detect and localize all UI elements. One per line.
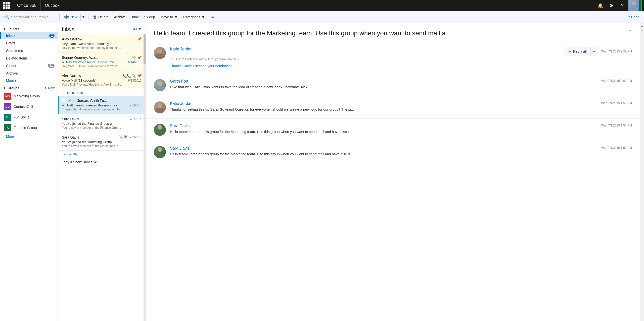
- top-icons: 🔔 ⚙ ?: [595, 0, 644, 11]
- delete-button[interactable]: 🗑 Delete: [90, 13, 111, 21]
- email-preview: Thanks Garth! I second your nomination. …: [62, 108, 142, 111]
- message-sender[interactable]: Garth Fort: [170, 79, 601, 84]
- folders-chevron-icon: ▼: [3, 27, 6, 31]
- message-sender[interactable]: Sara Davis: [170, 146, 601, 151]
- undo-button[interactable]: ↶ Undo: [625, 14, 642, 21]
- marketing-group-avatar: MG: [4, 93, 11, 100]
- attach-icon: 📎: [132, 74, 136, 78]
- sweep-button[interactable]: Sweep: [142, 14, 158, 21]
- archive-label: Archive: [6, 71, 18, 75]
- message-sender[interactable]: Sara Davis: [170, 124, 601, 128]
- marketing-group-label: Marketing Group: [14, 94, 40, 98]
- sweep-label: Sweep: [144, 15, 155, 19]
- email-item[interactable]: Alex Darrow 📌 Hey team - we have our mon…: [58, 34, 146, 52]
- new-dropdown-button[interactable]: ▼: [80, 14, 86, 21]
- categories-label: Categories: [183, 15, 200, 19]
- scroll-up-top-icon[interactable]: ▲: [640, 29, 643, 32]
- new-group-label: New: [48, 86, 55, 90]
- message-content: Katie Jordan ↩ Reply all ▼ Wed 7/1/2015 …: [170, 47, 632, 69]
- new-group-button[interactable]: ✦ New: [44, 86, 55, 90]
- reading-pane-scrollbar[interactable]: ▲ ▲: [640, 23, 644, 321]
- email-item[interactable]: Katie Jordan; Garth Fo... ► Hello team! …: [58, 96, 146, 114]
- email-item[interactable]: Sara Davis 7/1/2015 You've joined the Fi…: [58, 114, 146, 132]
- inbox-badge: 2: [49, 34, 55, 38]
- waffle-icon: [3, 2, 10, 9]
- new-group-star-icon: ✦: [44, 86, 47, 90]
- section-label-earlier: Earlier this month: [58, 89, 146, 96]
- message-time: Wed 7/1/2015 2:02 PM: [601, 79, 632, 83]
- inbox-label: Inbox: [6, 34, 15, 38]
- new-button[interactable]: ➕ New: [62, 13, 80, 21]
- sidebar-item-deleted-items[interactable]: Deleted Items: [0, 54, 58, 62]
- sidebar-item-marketing-group[interactable]: MG Marketing Group: [0, 91, 58, 101]
- email-preview: Voice Mail Preview: Hey this is Alex I'm…: [62, 83, 142, 86]
- scroll-up-icon[interactable]: ▲: [640, 24, 643, 28]
- collapse-button[interactable]: ⌃: [628, 29, 632, 34]
- filter-all-button[interactable]: All ▼: [133, 27, 142, 31]
- checkbox[interactable]: [62, 99, 65, 102]
- message-body: Thanks for setting this up Sara! Go team…: [170, 107, 632, 112]
- sidebar-item-drafts[interactable]: Drafts: [0, 39, 58, 47]
- archive-button[interactable]: Archive: [111, 14, 128, 21]
- categories-button[interactable]: Categories ▼: [181, 14, 208, 21]
- message-content: Katie Jordan Wed 7/1/2015 1:59 PM Thanks…: [170, 101, 632, 112]
- email-sender: Katie Jordan; Garth Fo...: [68, 99, 140, 103]
- email-item[interactable]: Alex Darrow 📞📞 📎 📌 Voice Mail (13 second…: [58, 71, 146, 89]
- sidebar-more-folders[interactable]: More ▸: [0, 77, 58, 84]
- recipients-expand-icon[interactable]: ⌄: [237, 57, 240, 61]
- fun-social-avatar: FU: [4, 114, 11, 121]
- waffle-menu-button[interactable]: [0, 0, 13, 11]
- reply-all-dropdown[interactable]: ▼: [590, 47, 598, 55]
- contosogolf-avatar: CO: [4, 103, 11, 110]
- email-item[interactable]: Bonnie Kearney; Aziz... 📎 📌 ► Review Pro…: [58, 52, 146, 71]
- folders-label: Folders: [8, 27, 19, 31]
- move-to-button[interactable]: Move to ▼: [158, 14, 180, 21]
- help-button[interactable]: ?: [617, 1, 627, 11]
- settings-button[interactable]: ⚙: [606, 1, 616, 11]
- groups-label: Groups: [8, 86, 19, 90]
- sent-items-label: Sent Items: [6, 49, 23, 53]
- sidebar-item-inbox[interactable]: Inbox 2: [0, 32, 58, 39]
- search-field[interactable]: 🔍 Search Mail and People: [2, 14, 57, 20]
- email-date: 6/14/2015: [128, 60, 142, 64]
- toolbar-divider-2: [88, 14, 88, 21]
- sidebar-item-clutter[interactable]: Clutter 41: [0, 62, 58, 70]
- groups-section-header[interactable]: ▼ Groups ✦ New: [0, 84, 58, 91]
- message-time: Wed 7/1/2015 2:29 PM: [601, 50, 632, 53]
- product-name[interactable]: Outlook: [41, 3, 595, 8]
- email-subject: You've joined the Finance Group gr: [62, 122, 142, 125]
- email-subject: ► Hello team! I created this group for 7…: [62, 103, 142, 107]
- sidebar-item-contosogolf[interactable]: CO ContosoGolf: [0, 101, 58, 112]
- sidebar-item-fun-social[interactable]: FU Fun/Social: [0, 112, 58, 122]
- message-body: Thanks Garth! I second your nomination.: [170, 63, 632, 69]
- email-list: Inbox All ▼ Alex Darrow 📌 Hey team - we …: [58, 23, 146, 321]
- reply-all-button[interactable]: ↩ Reply all ▼: [565, 47, 598, 56]
- email-list-scroll[interactable]: Alex Darrow 📌 Hey team - we have our mon…: [58, 34, 146, 321]
- app-name[interactable]: Office 365: [13, 0, 41, 11]
- message-sender[interactable]: Katie Jordan: [170, 101, 601, 106]
- email-sender: Alex Darrow: [62, 37, 136, 41]
- email-item[interactable]: Sara Davis 📎 🚩 7/1/2015 You've joined th…: [58, 132, 146, 151]
- avatar[interactable]: [628, 0, 639, 11]
- sidebar-item-sent-items[interactable]: Sent Items: [0, 47, 58, 54]
- reply-all-main[interactable]: ↩ Reply all: [565, 47, 590, 56]
- sidebar-item-archive[interactable]: Archive: [0, 70, 58, 77]
- sidebar-more-groups[interactable]: More: [0, 133, 58, 140]
- email-item[interactable]: Tony Krijnen; Janet Sc...: [58, 157, 146, 168]
- reading-pane-header: Hello team! I created this group for the…: [146, 23, 640, 42]
- scroll-thumb[interactable]: [144, 34, 146, 64]
- toolbar-divider-1: [59, 14, 60, 21]
- more-button[interactable]: •••: [208, 14, 217, 21]
- notification-button[interactable]: 🔔: [595, 1, 605, 11]
- folders-section-header[interactable]: ▼ Folders: [0, 25, 58, 32]
- email-subject: You've joined the Marketing Group: [62, 140, 142, 144]
- message-sender[interactable]: Katie Jordan: [170, 47, 565, 51]
- junk-button[interactable]: Junk: [129, 14, 141, 21]
- sidebar-item-finance-group[interactable]: FG Finance Group: [0, 122, 58, 133]
- clutter-label: Clutter: [6, 64, 16, 68]
- message-body: I like that idea Katie. Who wants to tak…: [170, 85, 632, 90]
- email-preview: Hey Sara... Do you want to come too? I k…: [62, 65, 142, 68]
- email-preview: You're now a member of the Finance Grou.…: [62, 126, 142, 130]
- clutter-badge: 41: [48, 64, 55, 68]
- pin-icon: 🚩: [124, 135, 128, 139]
